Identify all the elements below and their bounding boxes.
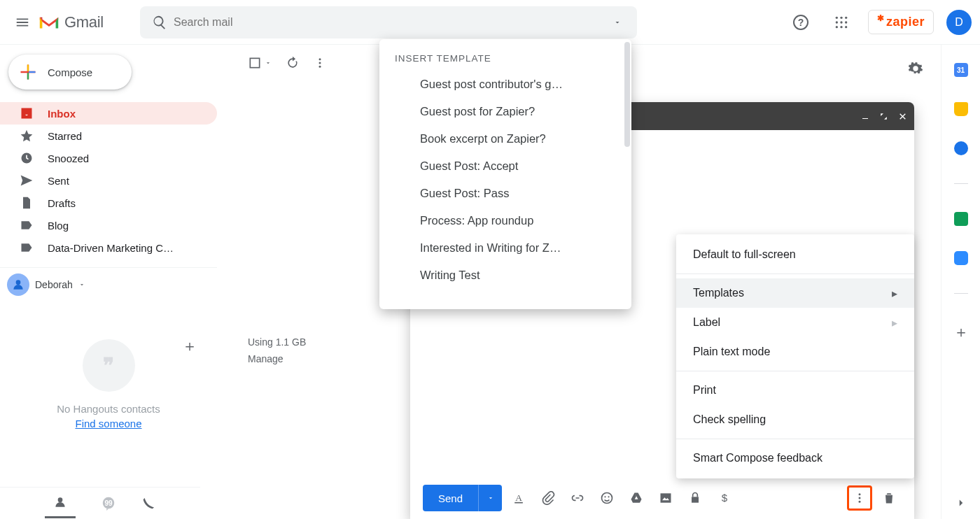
find-someone-link[interactable]: Find someone	[75, 418, 141, 429]
template-item[interactable]: Book excerpt on Zapier?	[379, 125, 631, 152]
account-avatar[interactable]: D	[946, 10, 972, 35]
toolbar-more-button[interactable]	[314, 49, 326, 77]
emoji-icon[interactable]	[594, 485, 620, 511]
get-addons-button[interactable]: ＋	[953, 322, 969, 343]
svg-rect-11	[27, 65, 29, 71]
compose-label: Compose	[48, 66, 92, 78]
attach-icon[interactable]	[536, 485, 561, 511]
search-options-dropdown-icon[interactable]	[603, 18, 631, 27]
settings-button[interactable]	[902, 55, 930, 83]
drive-icon[interactable]	[624, 485, 649, 511]
money-icon[interactable]: $	[712, 485, 737, 511]
compose-footer: Send A $	[410, 477, 914, 519]
addon-icon[interactable]	[954, 212, 968, 226]
menu-item-smartcompose[interactable]: Smart Compose feedback	[676, 443, 914, 473]
app-header: Gmail ? ✱ zapier D	[0, 0, 980, 45]
template-item[interactable]: Guest Post: Accept	[379, 152, 631, 180]
confidential-icon[interactable]	[682, 485, 708, 511]
hangouts-contacts-tab[interactable]	[45, 488, 76, 518]
svg-point-2	[836, 16, 838, 18]
refresh-button[interactable]	[286, 49, 300, 77]
plus-icon	[18, 62, 38, 82]
gmail-wordmark: Gmail	[64, 13, 104, 31]
sidebar-item-sent[interactable]: Sent	[0, 169, 217, 192]
sidebar-item-label[interactable]: Data-Driven Marketing C…	[0, 236, 217, 259]
formatting-icon[interactable]: A	[506, 485, 531, 511]
storage-manage-link[interactable]: Manage	[248, 351, 306, 368]
template-item[interactable]: Process: App roundup	[379, 207, 631, 234]
sidebar-item-blog[interactable]: Blog	[0, 214, 217, 236]
svg-point-7	[845, 21, 847, 23]
keep-addon-icon[interactable]	[954, 102, 968, 116]
gmail-icon	[38, 14, 60, 31]
zapier-extension-button[interactable]: ✱ zapier	[868, 10, 934, 34]
menu-item-plaintext[interactable]: Plain text mode	[676, 337, 914, 367]
apps-grid-icon[interactable]	[827, 8, 855, 36]
template-item[interactable]: Guest post contributor's g…	[379, 71, 631, 98]
template-item[interactable]: Writing Test	[379, 262, 631, 289]
new-chat-button[interactable]: ＋	[182, 336, 197, 357]
zapier-label: zapier	[886, 15, 925, 29]
svg-rect-30	[692, 497, 699, 502]
calendar-addon-icon[interactable]: 31	[954, 63, 968, 77]
search-input[interactable]	[174, 16, 603, 29]
submenu-arrow-icon: ▸	[892, 287, 897, 300]
compose-button[interactable]: Compose	[8, 55, 132, 90]
link-icon[interactable]	[565, 485, 590, 511]
sidebar-item-inbox[interactable]: Inbox	[0, 102, 217, 125]
sidebar-item-drafts[interactable]: Drafts	[0, 192, 217, 214]
hangouts-chat-tab[interactable]: 99	[101, 496, 116, 511]
menu-item-fullscreen[interactable]: Default to full-screen	[676, 240, 914, 269]
menu-item-spellcheck[interactable]: Check spelling	[676, 405, 914, 434]
rail-expand-button[interactable]	[955, 497, 967, 509]
menu-item-label[interactable]: Label ▸	[676, 308, 914, 337]
storage-footer: Using 1.1 GB Manage	[248, 334, 306, 368]
minimize-icon[interactable]	[861, 112, 869, 120]
svg-point-27	[604, 496, 606, 497]
right-addon-rail: 31 ＋	[941, 45, 980, 519]
svg-point-34	[859, 501, 861, 503]
send-icon	[20, 173, 34, 187]
svg-rect-19	[250, 58, 259, 67]
submenu-scrollbar[interactable]	[624, 42, 630, 147]
image-icon[interactable]	[653, 485, 678, 511]
template-item[interactable]: Guest post for Zapier?	[379, 98, 631, 125]
send-options-dropdown-icon[interactable]	[478, 485, 502, 511]
svg-text:99: 99	[104, 499, 113, 506]
support-icon[interactable]: ?	[787, 8, 815, 36]
template-item[interactable]: Guest Post: Pass	[379, 180, 631, 207]
svg-point-8	[836, 26, 838, 28]
star-icon	[20, 129, 34, 143]
submenu-arrow-icon: ▸	[892, 316, 897, 329]
search-box[interactable]	[140, 6, 637, 38]
svg-point-9	[841, 26, 843, 28]
svg-text:A: A	[515, 492, 522, 503]
main-menu-button[interactable]	[8, 8, 36, 36]
hangouts-phone-tab[interactable]	[141, 497, 155, 511]
send-button[interactable]: Send	[423, 485, 502, 511]
left-sidebar: Compose Inbox Starred Snoozed Sent Draft…	[0, 45, 217, 519]
hangouts-user-chip[interactable]: Deborah	[7, 273, 217, 296]
tasks-addon-icon[interactable]	[954, 141, 968, 155]
template-item[interactable]: Interested in Writing for Z…	[379, 234, 631, 262]
svg-point-28	[608, 496, 609, 497]
caret-down-icon	[265, 59, 272, 66]
gmail-logo[interactable]: Gmail	[38, 13, 104, 31]
close-icon[interactable]	[898, 112, 907, 121]
fullscreen-icon[interactable]	[879, 112, 888, 121]
zoom-addon-icon[interactable]	[954, 251, 968, 265]
file-icon	[20, 196, 34, 210]
svg-point-21	[319, 62, 321, 64]
inbox-icon	[20, 106, 34, 120]
rail-divider	[954, 183, 968, 184]
sidebar-item-starred[interactable]: Starred	[0, 125, 217, 147]
svg-point-10	[845, 26, 847, 28]
select-all-checkbox[interactable]	[248, 56, 272, 70]
menu-item-print[interactable]: Print	[676, 376, 914, 405]
compose-more-options-button[interactable]	[847, 485, 872, 511]
discard-draft-icon[interactable]	[876, 485, 902, 511]
menu-item-templates[interactable]: Templates ▸	[676, 278, 914, 308]
sidebar-item-snoozed[interactable]: Snoozed	[0, 147, 217, 169]
svg-point-5	[836, 21, 838, 23]
search-icon[interactable]	[146, 15, 174, 30]
